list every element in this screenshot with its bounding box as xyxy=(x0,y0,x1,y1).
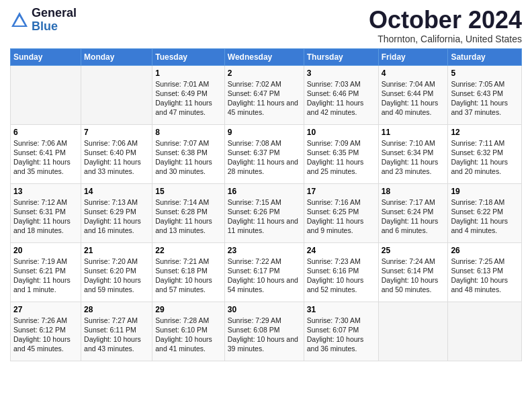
day-info: Sunrise: 7:01 AM Sunset: 6:49 PM Dayligh… xyxy=(155,79,222,118)
calendar-cell: 30Sunrise: 7:29 AM Sunset: 6:08 PM Dayli… xyxy=(224,302,304,361)
day-info: Sunrise: 7:02 AM Sunset: 6:47 PM Dayligh… xyxy=(228,79,301,118)
day-number: 1 xyxy=(155,68,222,78)
day-number: 21 xyxy=(84,246,149,255)
header-friday: Friday xyxy=(378,48,448,65)
page-header: General Blue October 2024 Thornton, Cali… xyxy=(10,7,522,44)
day-number: 13 xyxy=(13,187,78,196)
day-number: 25 xyxy=(382,246,445,255)
day-number: 30 xyxy=(228,305,301,314)
day-info: Sunrise: 7:30 AM Sunset: 6:07 PM Dayligh… xyxy=(307,316,375,354)
day-info: Sunrise: 7:08 AM Sunset: 6:37 PM Dayligh… xyxy=(228,138,301,177)
calendar-cell: 14Sunrise: 7:13 AM Sunset: 6:29 PM Dayli… xyxy=(81,183,152,242)
header-saturday: Saturday xyxy=(448,48,522,65)
month-title: October 2024 xyxy=(369,7,522,34)
day-info: Sunrise: 7:13 AM Sunset: 6:29 PM Dayligh… xyxy=(84,197,149,236)
day-number: 26 xyxy=(451,246,519,255)
calendar-cell: 4Sunrise: 7:04 AM Sunset: 6:44 PM Daylig… xyxy=(378,65,448,124)
calendar-cell: 17Sunrise: 7:16 AM Sunset: 6:25 PM Dayli… xyxy=(304,183,378,242)
day-number: 18 xyxy=(382,187,445,196)
logo-general: General xyxy=(32,7,77,20)
day-number: 20 xyxy=(13,246,78,255)
calendar-cell: 11Sunrise: 7:10 AM Sunset: 6:34 PM Dayli… xyxy=(378,124,448,183)
calendar-cell: 1Sunrise: 7:01 AM Sunset: 6:49 PM Daylig… xyxy=(152,65,225,124)
calendar-cell xyxy=(81,65,152,124)
day-info: Sunrise: 7:21 AM Sunset: 6:18 PM Dayligh… xyxy=(155,257,222,295)
day-info: Sunrise: 7:28 AM Sunset: 6:10 PM Dayligh… xyxy=(155,316,222,354)
calendar-week-row: 13Sunrise: 7:12 AM Sunset: 6:31 PM Dayli… xyxy=(11,183,522,242)
day-number: 16 xyxy=(228,187,301,196)
day-number: 8 xyxy=(155,128,222,137)
day-number: 9 xyxy=(228,128,301,137)
day-number: 11 xyxy=(382,128,445,137)
calendar-cell: 15Sunrise: 7:14 AM Sunset: 6:28 PM Dayli… xyxy=(152,183,225,242)
calendar-cell: 26Sunrise: 7:25 AM Sunset: 6:13 PM Dayli… xyxy=(448,242,522,302)
logo: General Blue xyxy=(10,7,77,34)
day-number: 28 xyxy=(84,305,149,314)
calendar-cell: 21Sunrise: 7:20 AM Sunset: 6:20 PM Dayli… xyxy=(81,242,152,302)
calendar-table: SundayMondayTuesdayWednesdayThursdayFrid… xyxy=(10,48,522,361)
calendar-week-row: 6Sunrise: 7:06 AM Sunset: 6:41 PM Daylig… xyxy=(11,124,522,183)
day-info: Sunrise: 7:05 AM Sunset: 6:43 PM Dayligh… xyxy=(451,79,519,118)
calendar-cell: 3Sunrise: 7:03 AM Sunset: 6:46 PM Daylig… xyxy=(304,65,378,124)
day-info: Sunrise: 7:09 AM Sunset: 6:35 PM Dayligh… xyxy=(307,138,375,177)
calendar-cell: 27Sunrise: 7:26 AM Sunset: 6:12 PM Dayli… xyxy=(11,302,81,361)
day-info: Sunrise: 7:14 AM Sunset: 6:28 PM Dayligh… xyxy=(155,197,222,236)
calendar-cell: 13Sunrise: 7:12 AM Sunset: 6:31 PM Dayli… xyxy=(11,183,81,242)
calendar-cell xyxy=(378,302,448,361)
calendar-cell: 20Sunrise: 7:19 AM Sunset: 6:21 PM Dayli… xyxy=(11,242,81,302)
header-monday: Monday xyxy=(81,48,152,65)
calendar-cell: 19Sunrise: 7:18 AM Sunset: 6:22 PM Dayli… xyxy=(448,183,522,242)
day-info: Sunrise: 7:26 AM Sunset: 6:12 PM Dayligh… xyxy=(13,316,78,354)
location: Thornton, California, United States xyxy=(369,34,522,44)
calendar-cell: 23Sunrise: 7:22 AM Sunset: 6:17 PM Dayli… xyxy=(224,242,304,302)
logo-icon xyxy=(10,11,29,30)
day-number: 15 xyxy=(155,187,222,196)
day-info: Sunrise: 7:19 AM Sunset: 6:21 PM Dayligh… xyxy=(13,257,78,295)
day-number: 3 xyxy=(307,68,375,78)
day-number: 22 xyxy=(155,246,222,255)
calendar-week-row: 20Sunrise: 7:19 AM Sunset: 6:21 PM Dayli… xyxy=(11,242,522,302)
day-number: 29 xyxy=(155,305,222,314)
header-sunday: Sunday xyxy=(11,48,81,65)
day-number: 4 xyxy=(382,68,445,78)
header-thursday: Thursday xyxy=(304,48,378,65)
day-number: 6 xyxy=(13,128,78,137)
day-number: 2 xyxy=(228,68,301,78)
header-tuesday: Tuesday xyxy=(152,48,225,65)
day-info: Sunrise: 7:29 AM Sunset: 6:08 PM Dayligh… xyxy=(228,316,301,354)
day-info: Sunrise: 7:06 AM Sunset: 6:41 PM Dayligh… xyxy=(13,138,78,177)
day-info: Sunrise: 7:15 AM Sunset: 6:26 PM Dayligh… xyxy=(228,197,301,236)
calendar-cell: 12Sunrise: 7:11 AM Sunset: 6:32 PM Dayli… xyxy=(448,124,522,183)
calendar-cell: 16Sunrise: 7:15 AM Sunset: 6:26 PM Dayli… xyxy=(224,183,304,242)
calendar-cell: 2Sunrise: 7:02 AM Sunset: 6:47 PM Daylig… xyxy=(224,65,304,124)
day-info: Sunrise: 7:23 AM Sunset: 6:16 PM Dayligh… xyxy=(307,257,375,295)
day-info: Sunrise: 7:04 AM Sunset: 6:44 PM Dayligh… xyxy=(382,79,445,118)
day-number: 31 xyxy=(307,305,375,314)
calendar-cell: 5Sunrise: 7:05 AM Sunset: 6:43 PM Daylig… xyxy=(448,65,522,124)
day-info: Sunrise: 7:12 AM Sunset: 6:31 PM Dayligh… xyxy=(13,197,78,236)
day-info: Sunrise: 7:22 AM Sunset: 6:17 PM Dayligh… xyxy=(228,257,301,295)
header-wednesday: Wednesday xyxy=(224,48,304,65)
day-info: Sunrise: 7:10 AM Sunset: 6:34 PM Dayligh… xyxy=(382,138,445,177)
day-number: 12 xyxy=(451,128,519,137)
day-info: Sunrise: 7:11 AM Sunset: 6:32 PM Dayligh… xyxy=(451,138,519,177)
day-number: 10 xyxy=(307,128,375,137)
day-number: 24 xyxy=(307,246,375,255)
day-number: 23 xyxy=(228,246,301,255)
calendar-cell: 22Sunrise: 7:21 AM Sunset: 6:18 PM Dayli… xyxy=(152,242,225,302)
day-info: Sunrise: 7:25 AM Sunset: 6:13 PM Dayligh… xyxy=(451,257,519,295)
day-number: 17 xyxy=(307,187,375,196)
day-info: Sunrise: 7:03 AM Sunset: 6:46 PM Dayligh… xyxy=(307,79,375,118)
calendar-cell: 24Sunrise: 7:23 AM Sunset: 6:16 PM Dayli… xyxy=(304,242,378,302)
day-number: 7 xyxy=(84,128,149,137)
calendar-cell: 9Sunrise: 7:08 AM Sunset: 6:37 PM Daylig… xyxy=(224,124,304,183)
calendar-cell: 10Sunrise: 7:09 AM Sunset: 6:35 PM Dayli… xyxy=(304,124,378,183)
day-number: 14 xyxy=(84,187,149,196)
day-number: 5 xyxy=(451,68,519,78)
day-info: Sunrise: 7:17 AM Sunset: 6:24 PM Dayligh… xyxy=(382,197,445,236)
calendar-cell: 6Sunrise: 7:06 AM Sunset: 6:41 PM Daylig… xyxy=(11,124,81,183)
title-area: October 2024 Thornton, California, Unite… xyxy=(369,7,522,44)
day-info: Sunrise: 7:07 AM Sunset: 6:38 PM Dayligh… xyxy=(155,138,222,177)
calendar-cell: 18Sunrise: 7:17 AM Sunset: 6:24 PM Dayli… xyxy=(378,183,448,242)
calendar-cell: 31Sunrise: 7:30 AM Sunset: 6:07 PM Dayli… xyxy=(304,302,378,361)
